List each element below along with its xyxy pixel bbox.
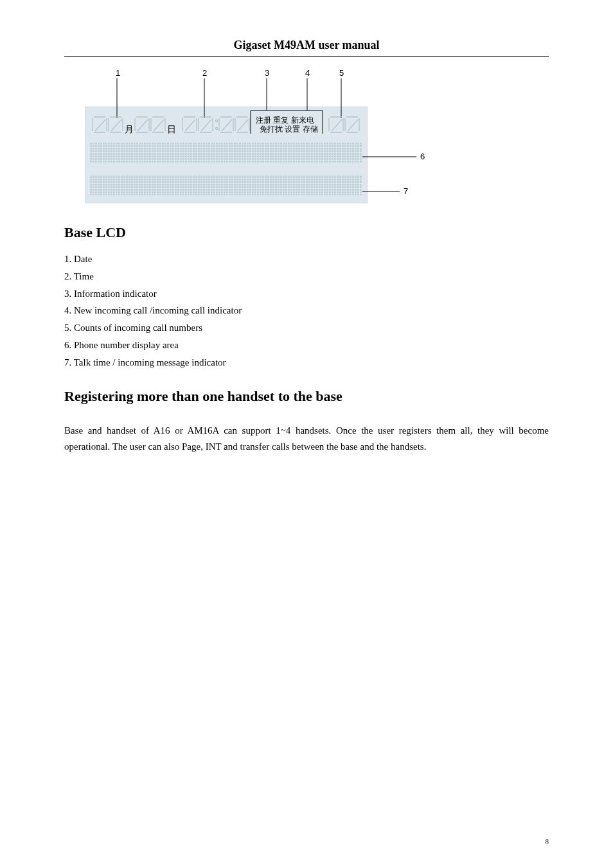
list-item: 6. Phone number display area [64, 337, 549, 353]
list-item: 1. Date [64, 251, 549, 267]
list-item: 4. New incoming call /incoming call indi… [64, 303, 549, 319]
label-info-row1: 注册 重复 新来电 [256, 116, 314, 125]
dotmatrix-row-1 [90, 143, 362, 163]
list-item: 2. Time [64, 269, 549, 285]
registering-body: Base and handset of A16 or AM16A can sup… [64, 423, 549, 455]
lcd-diagram-svg: 1 2 3 4 5 月 日 注 [85, 68, 432, 206]
callout-4: 4 [305, 68, 310, 78]
base-lcd-list: 1. Date 2. Time 3. Information indicator… [64, 251, 549, 370]
list-item: 5. Counts of incoming call numbers [64, 320, 549, 336]
label-day: 日 [167, 124, 176, 134]
callout-3: 3 [265, 68, 269, 78]
page-number: 8 [546, 837, 549, 845]
header-divider [64, 56, 549, 57]
page-header-title: Gigaset M49AM user manual [64, 39, 549, 52]
callout-7: 7 [404, 186, 408, 196]
callout-2: 2 [202, 68, 207, 78]
lcd-diagram-container: 1 2 3 4 5 月 日 注 [85, 68, 549, 206]
callout-1: 1 [116, 68, 120, 78]
label-info-row2: 免打扰 设置 存储 [260, 125, 318, 134]
dotmatrix-row-2 [90, 175, 362, 195]
callout-5: 5 [339, 68, 344, 78]
heading-registering: Registering more than one handset to the… [64, 388, 549, 405]
heading-base-lcd: Base LCD [64, 224, 549, 241]
list-item: 3. Information indicator [64, 286, 549, 302]
list-item: 7. Talk time / incoming message indicato… [64, 355, 549, 371]
callout-6: 6 [420, 152, 425, 161]
label-month: 月 [125, 124, 134, 134]
